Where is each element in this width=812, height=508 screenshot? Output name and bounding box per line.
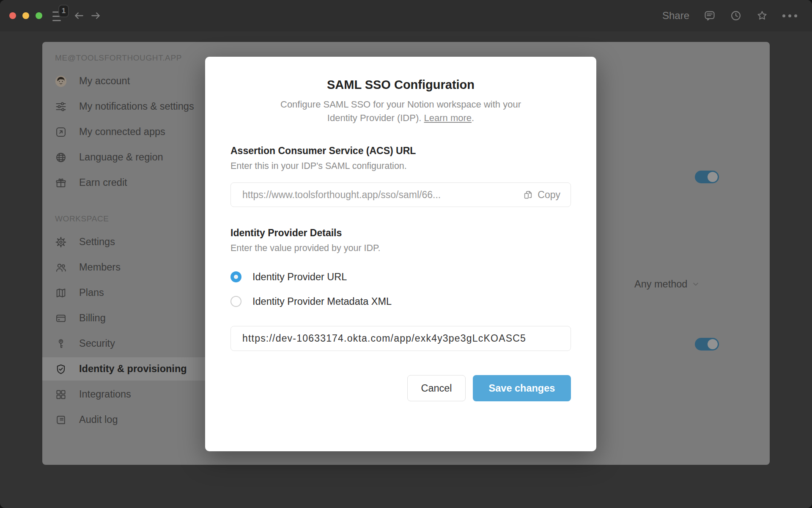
sidebar-item-label: Language & region <box>79 152 163 163</box>
more-ellipsis-icon[interactable] <box>782 14 797 17</box>
sidebar-item-label: Billing <box>79 312 106 324</box>
saml-toggle[interactable] <box>695 171 719 183</box>
forward-arrow-icon[interactable] <box>90 10 101 21</box>
key-icon <box>55 338 67 350</box>
history-clock-icon[interactable] <box>730 10 742 22</box>
credit-card-icon <box>55 312 67 324</box>
globe-icon <box>55 152 67 163</box>
sidebar-item-label: Security <box>79 338 115 349</box>
login-method-dropdown[interactable]: Any method <box>634 278 700 290</box>
login-method-value: Any method <box>634 279 687 290</box>
toggle-knob <box>708 172 718 182</box>
sidebar-item-label: Integrations <box>79 389 131 400</box>
zoom-window-button[interactable] <box>36 12 42 19</box>
sidebar-item-label: Identity & provisioning <box>79 363 187 375</box>
toggle-knob <box>708 339 718 349</box>
learn-more-link[interactable]: Learn more <box>424 113 472 123</box>
close-window-button[interactable] <box>9 12 16 19</box>
acs-url-value: https://www.toolsforthought.app/sso/saml… <box>242 189 523 201</box>
radio-selected-icon[interactable] <box>230 271 241 282</box>
idp-url-radio-option[interactable]: Identity Provider URL <box>230 265 571 289</box>
copy-button[interactable]: Copy <box>523 189 560 201</box>
members-icon <box>55 262 67 273</box>
star-icon[interactable] <box>756 10 768 22</box>
tab-count-badge[interactable]: 1 <box>58 5 69 17</box>
sidebar-item-label: Audit log <box>79 414 118 425</box>
sidebar-item-label: My connected apps <box>79 126 165 138</box>
sidebar-item-label: My notifications & settings <box>79 101 194 112</box>
audit-log-icon <box>55 414 67 426</box>
dialog-description: Configure SAML SSO for your Notion works… <box>264 98 537 125</box>
avatar <box>55 75 67 87</box>
idp-url-radio-label: Identity Provider URL <box>252 271 347 283</box>
acs-url-field: https://www.toolsforthought.app/sso/saml… <box>230 182 571 207</box>
acs-url-help: Enter this in your IDP's SAML configurat… <box>230 160 571 171</box>
back-arrow-icon[interactable] <box>74 10 85 21</box>
idp-metadata-radio-label: Identity Provider Metadata XML <box>252 296 392 307</box>
save-changes-button[interactable]: Save changes <box>473 375 571 401</box>
minimize-window-button[interactable] <box>22 12 29 19</box>
grid-icon <box>55 389 67 400</box>
gift-icon <box>55 177 67 189</box>
saml-sso-configuration-dialog: SAML SSO Configuration Configure SAML SS… <box>205 57 596 451</box>
app-window: 1 Share ME@TOOLSFORTHOUGHT.APP <box>0 0 812 508</box>
idp-details-heading: Identity Provider Details <box>230 227 571 239</box>
chevron-down-icon <box>691 280 700 288</box>
copy-icon <box>523 190 533 200</box>
window-titlebar: 1 Share <box>0 0 812 31</box>
sidebar-item-label: Plans <box>79 287 104 298</box>
sidebar-item-label: Earn credit <box>79 177 127 188</box>
idp-metadata-xml-radio-option[interactable]: Identity Provider Metadata XML <box>230 289 571 314</box>
sidebar-item-label: Settings <box>79 236 115 248</box>
gear-icon <box>55 236 67 248</box>
shield-check-icon <box>55 363 67 375</box>
map-icon <box>55 287 67 299</box>
cancel-button[interactable]: Cancel <box>407 375 466 401</box>
copy-button-label: Copy <box>538 189 560 201</box>
share-button[interactable]: Share <box>662 10 689 22</box>
idp-url-input[interactable]: https://dev-10633174.okta.com/app/exk4y3… <box>230 326 571 351</box>
arrow-up-right-square-icon <box>55 126 67 138</box>
sidebar-item-label: My account <box>79 75 130 87</box>
sliders-icon <box>55 101 67 113</box>
scim-toggle[interactable] <box>695 338 719 351</box>
idp-url-value: https://dev-10633174.okta.com/app/exk4y3… <box>242 333 526 344</box>
sidebar-item-label: Members <box>79 262 121 273</box>
comments-icon[interactable] <box>704 10 716 22</box>
radio-unselected-icon[interactable] <box>230 296 241 307</box>
acs-url-heading: Assertion Consumer Service (ACS) URL <box>230 145 571 157</box>
idp-details-help: Enter the value provided by your IDP. <box>230 243 571 254</box>
dialog-title: SAML SSO Configuration <box>230 77 571 92</box>
